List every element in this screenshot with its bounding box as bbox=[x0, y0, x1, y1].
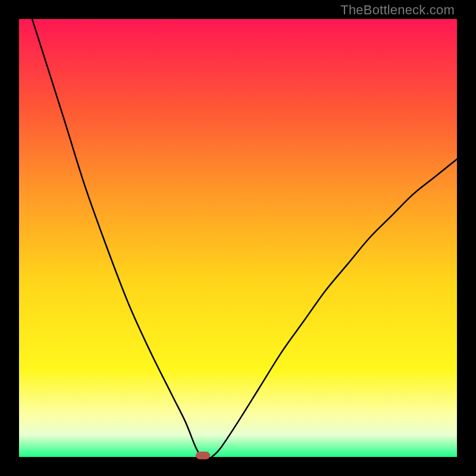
watermark-text: TheBottleneck.com bbox=[340, 2, 455, 18]
bottleneck-curve bbox=[19, 19, 457, 457]
curve-path bbox=[32, 19, 457, 457]
chart-frame bbox=[19, 19, 457, 457]
minimum-marker bbox=[196, 452, 210, 459]
